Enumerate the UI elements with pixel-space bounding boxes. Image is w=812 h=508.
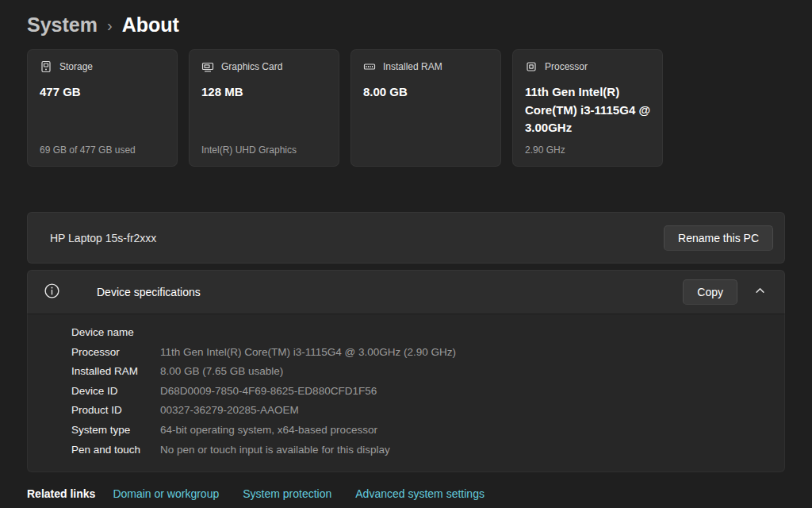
copy-button[interactable]: Copy bbox=[683, 279, 737, 305]
spec-label: Device ID bbox=[71, 382, 160, 402]
rename-pc-button[interactable]: Rename this PC bbox=[664, 225, 773, 251]
breadcrumb: System › About bbox=[27, 8, 785, 41]
spec-row-device-name: Device name bbox=[71, 323, 765, 343]
storage-card-header: Storage bbox=[40, 60, 165, 73]
breadcrumb-system[interactable]: System bbox=[27, 13, 98, 37]
processor-card-caption: 2.90 GHz bbox=[525, 144, 650, 156]
related-links-label: Related links bbox=[27, 487, 95, 500]
breadcrumb-about: About bbox=[122, 13, 179, 37]
spec-value: 8.00 GB (7.65 GB usable) bbox=[160, 362, 283, 382]
processor-card-header: Processor bbox=[525, 60, 650, 73]
spec-row-processor: Processor 11th Gen Intel(R) Core(TM) i3-… bbox=[71, 343, 765, 363]
spec-label: Pen and touch bbox=[71, 441, 160, 460]
processor-icon bbox=[525, 60, 538, 73]
storage-card-value: 477 GB bbox=[40, 83, 165, 102]
spec-value: 64-bit operating system, x64-based proce… bbox=[160, 421, 377, 441]
summary-cards: Storage 477 GB 69 GB of 477 GB used Grap… bbox=[27, 49, 785, 167]
spec-label: Product ID bbox=[71, 401, 160, 421]
device-name-card: HP Laptop 15s-fr2xxx Rename this PC bbox=[27, 212, 785, 264]
settings-about-page: System › About Storage 477 GB 69 GB of 4… bbox=[0, 0, 812, 500]
processor-card: Processor 11th Gen Intel(R) Core(TM) i3-… bbox=[512, 49, 663, 167]
graphics-card-card: Graphics Card 128 MB Intel(R) UHD Graphi… bbox=[189, 49, 339, 167]
spec-label: Processor bbox=[71, 343, 160, 363]
breadcrumb-separator-icon: › bbox=[107, 15, 113, 35]
spec-label: Device name bbox=[71, 323, 160, 343]
link-domain-or-workgroup[interactable]: Domain or workgroup bbox=[113, 487, 219, 500]
spec-label: Installed RAM bbox=[71, 362, 160, 382]
spec-value: D68D0009-7850-4F69-8625-ED880CFD1F56 bbox=[160, 382, 377, 402]
spec-row-installed-ram: Installed RAM 8.00 GB (7.65 GB usable) bbox=[71, 362, 765, 382]
installed-ram-header: Installed RAM bbox=[363, 60, 488, 73]
spec-value: No pen or touch input is available for t… bbox=[160, 441, 390, 460]
processor-card-value: 11th Gen Intel(R) Core(TM) i3-1115G4 @ 3… bbox=[525, 83, 650, 137]
link-system-protection[interactable]: System protection bbox=[243, 487, 331, 500]
graphics-card-caption: Intel(R) UHD Graphics bbox=[201, 144, 327, 156]
device-specifications-expander: Device specifications Copy Device name P… bbox=[27, 270, 785, 472]
related-links: Related links Domain or workgroup System… bbox=[27, 487, 785, 500]
storage-card-label: Storage bbox=[59, 61, 93, 72]
ram-icon bbox=[363, 60, 376, 73]
storage-icon bbox=[40, 60, 52, 73]
device-specifications-content: Device name Processor 11th Gen Intel(R) … bbox=[27, 314, 785, 472]
spec-value: 11th Gen Intel(R) Core(TM) i3-1115G4 @ 3… bbox=[160, 343, 456, 363]
installed-ram-value: 8.00 GB bbox=[363, 83, 488, 102]
device-specifications-title: Device specifications bbox=[97, 286, 201, 298]
expander-actions: Copy bbox=[683, 279, 772, 305]
spec-row-product-id: Product ID 00327-36279-20285-AAOEM bbox=[71, 401, 765, 421]
device-specifications-header[interactable]: Device specifications Copy bbox=[27, 270, 785, 314]
installed-ram-card: Installed RAM 8.00 GB bbox=[350, 49, 501, 167]
storage-card-caption: 69 GB of 477 GB used bbox=[40, 144, 165, 156]
installed-ram-label: Installed RAM bbox=[383, 61, 442, 72]
spec-label: System type bbox=[71, 421, 160, 441]
storage-card: Storage 477 GB 69 GB of 477 GB used bbox=[27, 49, 178, 167]
graphics-card-value: 128 MB bbox=[201, 83, 327, 102]
spec-row-device-id: Device ID D68D0009-7850-4F69-8625-ED880C… bbox=[71, 382, 765, 402]
link-advanced-system-settings[interactable]: Advanced system settings bbox=[355, 487, 485, 500]
spec-value: 00327-36279-20285-AAOEM bbox=[160, 401, 299, 421]
device-name-text: HP Laptop 15s-fr2xxx bbox=[50, 232, 156, 244]
spec-row-pen-and-touch: Pen and touch No pen or touch input is a… bbox=[71, 441, 765, 460]
graphics-card-label: Graphics Card bbox=[221, 61, 282, 72]
spec-row-system-type: System type 64-bit operating system, x64… bbox=[71, 421, 765, 441]
chevron-up-icon[interactable] bbox=[749, 281, 772, 303]
info-icon bbox=[44, 283, 60, 302]
graphics-card-header: Graphics Card bbox=[201, 60, 327, 73]
processor-card-label: Processor bbox=[545, 61, 588, 72]
graphics-card-icon bbox=[201, 60, 214, 73]
